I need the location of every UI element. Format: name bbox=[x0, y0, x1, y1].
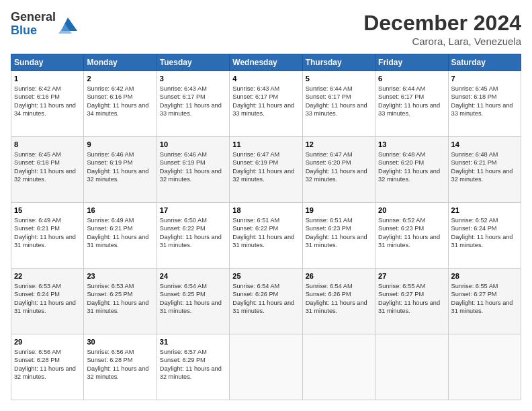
logo-blue: Blue bbox=[11, 24, 56, 38]
calendar-cell: 19Sunrise: 6:51 AMSunset: 6:23 PMDayligh… bbox=[302, 203, 375, 269]
calendar-cell: 21Sunrise: 6:52 AMSunset: 6:24 PMDayligh… bbox=[448, 203, 521, 269]
calendar-cell: 14Sunrise: 6:48 AMSunset: 6:21 PMDayligh… bbox=[448, 137, 521, 203]
day-number: 20 bbox=[378, 205, 445, 216]
header: General Blue December 2024 Carora, Lara,… bbox=[11, 11, 521, 47]
calendar-cell: 28Sunrise: 6:55 AMSunset: 6:27 PMDayligh… bbox=[448, 269, 521, 334]
day-number: 27 bbox=[378, 271, 445, 281]
day-number: 26 bbox=[306, 271, 372, 281]
day-number: 14 bbox=[451, 140, 518, 150]
calendar-cell: 24Sunrise: 6:54 AMSunset: 6:25 PMDayligh… bbox=[157, 269, 229, 334]
calendar-header-row: SundayMondayTuesdayWednesdayThursdayFrid… bbox=[11, 54, 521, 71]
calendar-cell: 27Sunrise: 6:55 AMSunset: 6:27 PMDayligh… bbox=[375, 269, 448, 334]
calendar-week-row: 1Sunrise: 6:42 AMSunset: 6:16 PMDaylight… bbox=[11, 71, 521, 137]
day-number: 18 bbox=[232, 205, 299, 216]
day-number: 29 bbox=[14, 337, 81, 347]
day-info: Sunrise: 6:54 AMSunset: 6:25 PMDaylight:… bbox=[160, 283, 222, 314]
day-info: Sunrise: 6:52 AMSunset: 6:24 PMDaylight:… bbox=[451, 217, 513, 248]
day-info: Sunrise: 6:53 AMSunset: 6:25 PMDaylight:… bbox=[87, 283, 148, 314]
day-info: Sunrise: 6:54 AMSunset: 6:26 PMDaylight:… bbox=[232, 283, 294, 314]
day-info: Sunrise: 6:46 AMSunset: 6:19 PMDaylight:… bbox=[87, 151, 148, 183]
day-info: Sunrise: 6:56 AMSunset: 6:28 PMDaylight:… bbox=[14, 349, 76, 380]
day-number: 25 bbox=[232, 271, 299, 281]
calendar-week-row: 29Sunrise: 6:56 AMSunset: 6:28 PMDayligh… bbox=[11, 334, 521, 400]
day-number: 24 bbox=[160, 271, 226, 281]
day-info: Sunrise: 6:44 AMSunset: 6:17 PMDaylight:… bbox=[306, 85, 367, 117]
day-info: Sunrise: 6:46 AMSunset: 6:19 PMDaylight:… bbox=[160, 151, 222, 183]
calendar-cell: 17Sunrise: 6:50 AMSunset: 6:22 PMDayligh… bbox=[157, 203, 229, 269]
calendar-header-tuesday: Tuesday bbox=[157, 54, 229, 71]
day-info: Sunrise: 6:43 AMSunset: 6:17 PMDaylight:… bbox=[160, 85, 222, 117]
day-info: Sunrise: 6:42 AMSunset: 6:16 PMDaylight:… bbox=[87, 85, 148, 117]
day-number: 12 bbox=[306, 140, 372, 150]
calendar-cell: 16Sunrise: 6:49 AMSunset: 6:21 PMDayligh… bbox=[84, 203, 157, 269]
calendar-cell: 12Sunrise: 6:47 AMSunset: 6:20 PMDayligh… bbox=[302, 137, 375, 203]
calendar-table: SundayMondayTuesdayWednesdayThursdayFrid… bbox=[11, 54, 521, 400]
calendar-cell bbox=[302, 334, 375, 400]
month-title: December 2024 bbox=[363, 11, 521, 36]
calendar-week-row: 8Sunrise: 6:45 AMSunset: 6:18 PMDaylight… bbox=[11, 137, 521, 203]
day-info: Sunrise: 6:53 AMSunset: 6:24 PMDaylight:… bbox=[14, 283, 76, 314]
calendar-cell: 30Sunrise: 6:56 AMSunset: 6:28 PMDayligh… bbox=[84, 334, 157, 400]
day-number: 8 bbox=[14, 140, 81, 150]
calendar-cell: 29Sunrise: 6:56 AMSunset: 6:28 PMDayligh… bbox=[11, 334, 84, 400]
day-number: 15 bbox=[14, 205, 81, 216]
calendar-week-row: 15Sunrise: 6:49 AMSunset: 6:21 PMDayligh… bbox=[11, 203, 521, 269]
day-number: 19 bbox=[306, 205, 372, 216]
day-info: Sunrise: 6:45 AMSunset: 6:18 PMDaylight:… bbox=[451, 85, 513, 117]
calendar-cell: 2Sunrise: 6:42 AMSunset: 6:16 PMDaylight… bbox=[84, 71, 157, 137]
logo-general: General bbox=[11, 11, 56, 24]
day-info: Sunrise: 6:45 AMSunset: 6:18 PMDaylight:… bbox=[14, 151, 76, 183]
logo: General Blue bbox=[11, 11, 77, 38]
calendar-cell: 1Sunrise: 6:42 AMSunset: 6:16 PMDaylight… bbox=[11, 71, 84, 137]
day-info: Sunrise: 6:55 AMSunset: 6:27 PMDaylight:… bbox=[378, 283, 440, 314]
day-number: 6 bbox=[378, 74, 445, 84]
calendar-cell bbox=[375, 334, 448, 400]
day-number: 23 bbox=[87, 271, 153, 281]
calendar-cell: 4Sunrise: 6:43 AMSunset: 6:17 PMDaylight… bbox=[230, 71, 302, 137]
day-number: 13 bbox=[378, 140, 445, 150]
calendar-cell: 20Sunrise: 6:52 AMSunset: 6:23 PMDayligh… bbox=[375, 203, 448, 269]
calendar-cell: 23Sunrise: 6:53 AMSunset: 6:25 PMDayligh… bbox=[84, 269, 157, 334]
day-info: Sunrise: 6:57 AMSunset: 6:29 PMDaylight:… bbox=[160, 349, 222, 380]
calendar-cell: 6Sunrise: 6:44 AMSunset: 6:17 PMDaylight… bbox=[375, 71, 448, 137]
calendar-cell: 26Sunrise: 6:54 AMSunset: 6:26 PMDayligh… bbox=[302, 269, 375, 334]
day-info: Sunrise: 6:49 AMSunset: 6:21 PMDaylight:… bbox=[14, 217, 76, 248]
calendar-header-monday: Monday bbox=[84, 54, 157, 71]
day-number: 7 bbox=[451, 74, 518, 84]
day-number: 10 bbox=[160, 140, 226, 150]
calendar-cell: 22Sunrise: 6:53 AMSunset: 6:24 PMDayligh… bbox=[11, 269, 84, 334]
day-info: Sunrise: 6:48 AMSunset: 6:20 PMDaylight:… bbox=[378, 151, 440, 183]
calendar-cell: 25Sunrise: 6:54 AMSunset: 6:26 PMDayligh… bbox=[230, 269, 302, 334]
calendar-cell: 3Sunrise: 6:43 AMSunset: 6:17 PMDaylight… bbox=[157, 71, 229, 137]
calendar-cell: 9Sunrise: 6:46 AMSunset: 6:19 PMDaylight… bbox=[84, 137, 157, 203]
day-info: Sunrise: 6:51 AMSunset: 6:22 PMDaylight:… bbox=[232, 217, 294, 248]
day-number: 30 bbox=[87, 337, 153, 347]
day-number: 22 bbox=[14, 271, 81, 281]
day-info: Sunrise: 6:43 AMSunset: 6:17 PMDaylight:… bbox=[232, 85, 294, 117]
day-info: Sunrise: 6:50 AMSunset: 6:22 PMDaylight:… bbox=[160, 217, 222, 248]
day-info: Sunrise: 6:44 AMSunset: 6:17 PMDaylight:… bbox=[378, 85, 440, 117]
day-number: 21 bbox=[451, 205, 518, 216]
calendar-cell: 7Sunrise: 6:45 AMSunset: 6:18 PMDaylight… bbox=[448, 71, 521, 137]
location: Carora, Lara, Venezuela bbox=[363, 36, 521, 47]
day-info: Sunrise: 6:55 AMSunset: 6:27 PMDaylight:… bbox=[451, 283, 513, 314]
day-number: 5 bbox=[306, 74, 372, 84]
day-info: Sunrise: 6:42 AMSunset: 6:16 PMDaylight:… bbox=[14, 85, 76, 117]
day-info: Sunrise: 6:49 AMSunset: 6:21 PMDaylight:… bbox=[87, 217, 148, 248]
day-number: 3 bbox=[160, 74, 226, 84]
day-number: 11 bbox=[232, 140, 299, 150]
day-number: 16 bbox=[87, 205, 153, 216]
day-number: 1 bbox=[14, 74, 81, 84]
calendar-header-wednesday: Wednesday bbox=[230, 54, 302, 71]
calendar-header-friday: Friday bbox=[375, 54, 448, 71]
calendar-cell: 31Sunrise: 6:57 AMSunset: 6:29 PMDayligh… bbox=[157, 334, 229, 400]
day-number: 2 bbox=[87, 74, 153, 84]
calendar-cell: 15Sunrise: 6:49 AMSunset: 6:21 PMDayligh… bbox=[11, 203, 84, 269]
logo-icon bbox=[58, 15, 77, 34]
calendar-header-thursday: Thursday bbox=[302, 54, 375, 71]
day-number: 31 bbox=[160, 337, 226, 347]
day-info: Sunrise: 6:48 AMSunset: 6:21 PMDaylight:… bbox=[451, 151, 513, 183]
day-info: Sunrise: 6:47 AMSunset: 6:20 PMDaylight:… bbox=[306, 151, 367, 183]
calendar-cell: 13Sunrise: 6:48 AMSunset: 6:20 PMDayligh… bbox=[375, 137, 448, 203]
calendar-week-row: 22Sunrise: 6:53 AMSunset: 6:24 PMDayligh… bbox=[11, 269, 521, 334]
